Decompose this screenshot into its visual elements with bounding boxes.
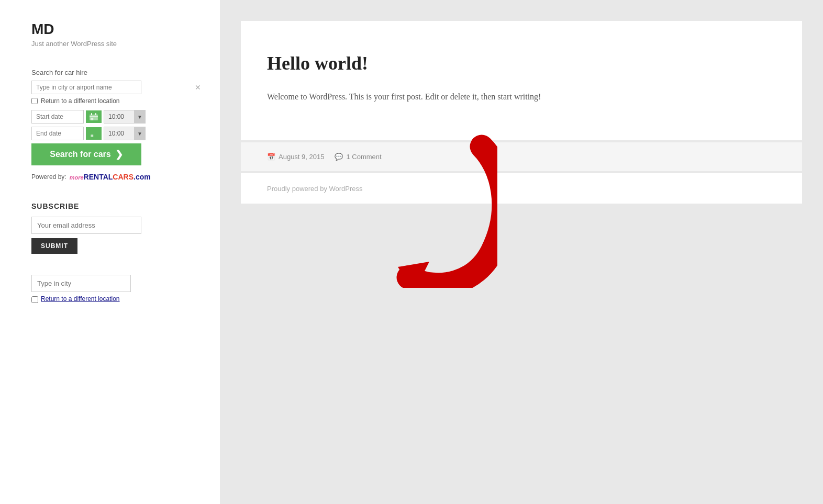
return-location-check: Return to a different location [31, 97, 204, 105]
car-hire-widget-title: Search for car hire [31, 69, 204, 76]
post-meta: 📅 August 9, 2015 💬 1 Comment [241, 142, 802, 171]
post-comments-text: 1 Comment [346, 153, 381, 161]
main-content: Hello world! Welcome to WordPress. This … [220, 0, 823, 504]
start-date-row: ▦ 10:00 11:00 12:00 ▼ [31, 110, 204, 124]
mrc-logo[interactable]: moreRENTALCARS.com [70, 173, 151, 181]
svg-marker-8 [398, 262, 429, 288]
post-body: Welcome to WordPress. This is your first… [267, 90, 776, 104]
start-date-calendar-btn[interactable]: ▦ [86, 110, 102, 123]
footer-text: Proudly powered by WordPress [267, 185, 363, 193]
second-location-widget: Return to a different location [31, 275, 204, 303]
second-location-input[interactable] [31, 275, 131, 292]
svg-text:▦: ▦ [91, 134, 94, 137]
email-input[interactable] [31, 217, 141, 234]
search-cars-label: Search for cars [50, 150, 111, 159]
end-time-wrap: 10:00 11:00 12:00 ▼ [104, 127, 146, 140]
svg-rect-5 [95, 113, 96, 115]
end-date-calendar-btn[interactable]: ▦ [86, 127, 102, 140]
post-date-text: August 9, 2015 [279, 153, 324, 161]
search-cars-arrow-icon: ❯ [115, 149, 123, 160]
site-title: MD [31, 21, 204, 38]
second-return-check: Return to a different location [31, 295, 204, 303]
post-card: Hello world! Welcome to WordPress. This … [241, 21, 802, 140]
subscribe-title: SUBSCRIBE [31, 202, 204, 210]
post-comments: 💬 1 Comment [335, 153, 381, 161]
logo-cars: CARS [113, 173, 134, 181]
clear-icon[interactable]: ✕ [195, 83, 201, 92]
location-input-wrap: ✕ [31, 81, 204, 94]
end-time-select[interactable]: 10:00 11:00 12:00 [104, 127, 146, 140]
post-date: 📅 August 9, 2015 [267, 153, 324, 161]
start-time-wrap: 10:00 11:00 12:00 ▼ [104, 110, 146, 124]
footer-bar: Proudly powered by WordPress [241, 173, 802, 204]
start-time-select[interactable]: 10:00 11:00 12:00 [104, 110, 146, 124]
post-title: Hello world! [267, 52, 776, 74]
subscribe-section: SUBSCRIBE SUBMIT [31, 202, 204, 254]
logo-rental: RENTAL [84, 173, 113, 181]
comment-icon: 💬 [335, 153, 343, 161]
end-date-row: ▦ 10:00 11:00 12:00 ▼ [31, 127, 204, 140]
submit-button[interactable]: SUBMIT [31, 238, 77, 254]
logo-dotcom: .com [134, 173, 151, 181]
second-return-checkbox[interactable] [31, 296, 38, 303]
powered-by: Powered by: moreRENTALCARS.com [31, 173, 204, 181]
search-cars-button[interactable]: Search for cars ❯ [31, 143, 141, 165]
logo-more: more [70, 174, 84, 181]
end-date-input[interactable] [31, 127, 84, 140]
svg-rect-4 [91, 113, 92, 115]
calendar-meta-icon: 📅 [267, 153, 275, 161]
powered-by-label: Powered by: [31, 173, 66, 181]
car-hire-widget: Search for car hire ✕ Return to a differ… [31, 69, 204, 181]
start-date-input[interactable] [31, 110, 84, 124]
return-label[interactable]: Return to a different location [41, 97, 120, 105]
svg-text:▦: ▦ [91, 117, 94, 120]
location-input[interactable] [31, 81, 141, 94]
return-checkbox[interactable] [31, 98, 38, 104]
site-tagline: Just another WordPress site [31, 40, 204, 48]
second-return-label[interactable]: Return to a different location [41, 295, 120, 303]
calendar-icon: ▦ [90, 113, 98, 120]
calendar-icon-2: ▦ [90, 130, 98, 137]
sidebar: MD Just another WordPress site Search fo… [0, 0, 220, 504]
